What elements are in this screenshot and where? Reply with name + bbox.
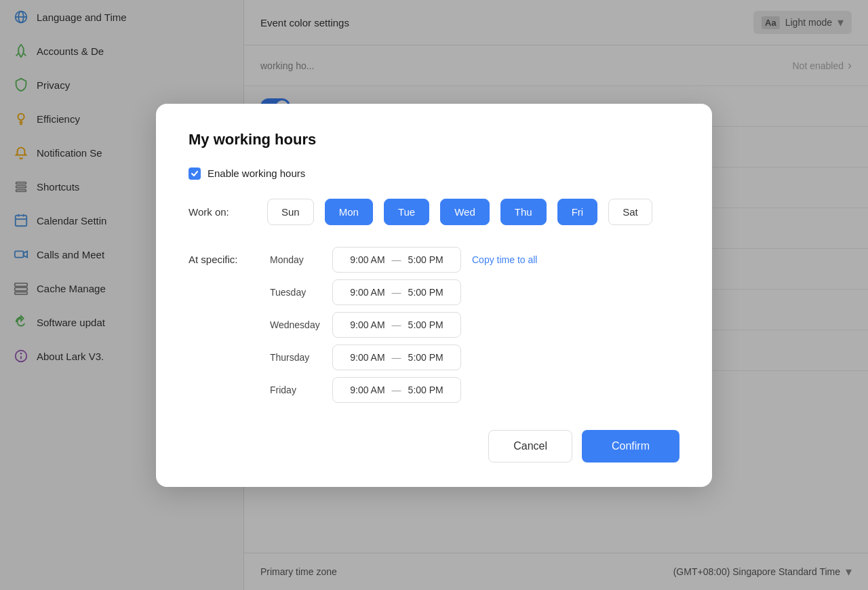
friday-end: 5:00 PM — [408, 385, 443, 395]
working-hours-modal: My working hours Enable working hours Wo… — [156, 104, 712, 487]
day-monday: Monday — [270, 254, 324, 265]
time-input-friday[interactable]: 9:00 AM — 5:00 PM — [332, 377, 461, 403]
day-btn-wed[interactable]: Wed — [440, 199, 490, 225]
day-btn-sun[interactable]: Sun — [267, 199, 314, 225]
time-input-tuesday[interactable]: 9:00 AM — 5:00 PM — [332, 279, 461, 305]
day-btn-tue[interactable]: Tue — [384, 199, 429, 225]
day-btn-thu[interactable]: Thu — [500, 199, 547, 225]
enable-label: Enable working hours — [208, 168, 305, 179]
day-friday: Friday — [270, 385, 324, 395]
time-dash-2: — — [392, 287, 401, 298]
tuesday-start: 9:00 AM — [350, 287, 384, 298]
confirm-button[interactable]: Confirm — [582, 430, 679, 463]
at-specific-section: At specific: Monday 9:00 AM — 5:00 PM Co… — [189, 247, 679, 403]
modal-overlay: My working hours Enable working hours Wo… — [0, 0, 868, 590]
wednesday-start: 9:00 AM — [350, 319, 384, 330]
time-row-friday: Friday 9:00 AM — 5:00 PM — [270, 377, 679, 403]
time-row-thursday: Thursday 9:00 AM — 5:00 PM — [270, 345, 679, 370]
day-btn-sat[interactable]: Sat — [608, 199, 652, 225]
day-thursday: Thursday — [270, 352, 324, 363]
at-specific-label: At specific: — [189, 247, 256, 403]
monday-start: 9:00 AM — [350, 254, 384, 265]
modal-footer: Cancel Confirm — [189, 430, 679, 463]
thursday-end: 5:00 PM — [408, 352, 443, 363]
time-row-tuesday: Tuesday 9:00 AM — 5:00 PM — [270, 279, 679, 305]
enable-checkbox[interactable] — [189, 168, 201, 180]
day-btn-mon[interactable]: Mon — [325, 199, 373, 225]
day-btn-fri[interactable]: Fri — [557, 199, 598, 225]
day-wednesday: Wednesday — [270, 319, 324, 330]
time-input-thursday[interactable]: 9:00 AM — 5:00 PM — [332, 345, 461, 370]
modal-title: My working hours — [189, 131, 679, 149]
wednesday-end: 5:00 PM — [408, 319, 443, 330]
copy-time-link[interactable]: Copy time to all — [472, 254, 537, 265]
time-dash-5: — — [392, 385, 401, 395]
time-dash-4: — — [392, 352, 401, 363]
time-input-monday[interactable]: 9:00 AM — 5:00 PM — [332, 247, 461, 273]
enable-row: Enable working hours — [189, 168, 679, 180]
work-on-label: Work on: — [189, 206, 256, 218]
time-row-monday: Monday 9:00 AM — 5:00 PM Copy time to al… — [270, 247, 679, 273]
time-dash-3: — — [392, 319, 401, 330]
time-row-wednesday: Wednesday 9:00 AM — 5:00 PM — [270, 312, 679, 338]
thursday-start: 9:00 AM — [350, 352, 384, 363]
tuesday-end: 5:00 PM — [408, 287, 443, 298]
friday-start: 9:00 AM — [350, 385, 384, 395]
monday-end: 5:00 PM — [408, 254, 443, 265]
time-dash: — — [392, 254, 401, 265]
work-on-row: Work on: Sun Mon Tue Wed Thu Fri Sat — [189, 199, 679, 225]
time-rows: Monday 9:00 AM — 5:00 PM Copy time to al… — [270, 247, 679, 403]
day-tuesday: Tuesday — [270, 287, 324, 298]
time-input-wednesday[interactable]: 9:00 AM — 5:00 PM — [332, 312, 461, 338]
cancel-button[interactable]: Cancel — [488, 430, 572, 463]
